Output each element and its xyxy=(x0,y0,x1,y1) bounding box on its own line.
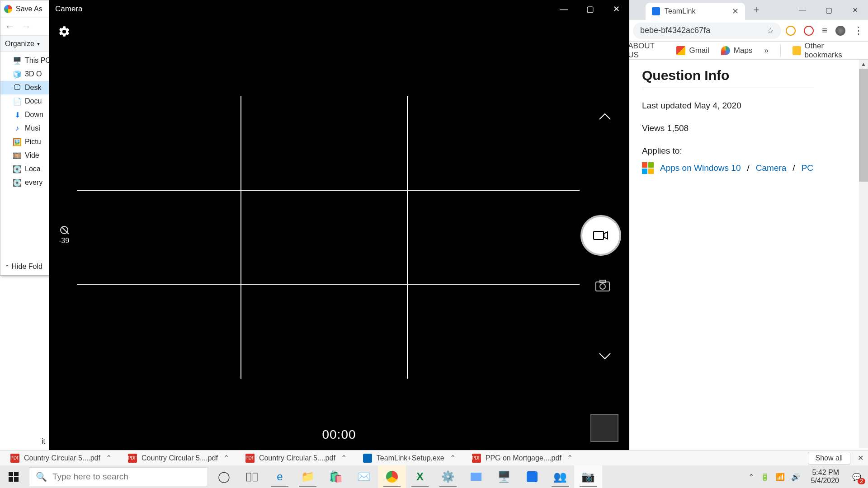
address-bar[interactable]: bebe-bf4342ac67fa ☆ xyxy=(633,23,781,39)
bookmarks-overflow[interactable]: » xyxy=(764,46,768,55)
action-center-button[interactable]: 💬 2 xyxy=(850,470,863,483)
download-dismiss-icon[interactable]: ⌃ xyxy=(106,454,112,462)
clock-time: 5:42 PM xyxy=(811,469,839,477)
pictures-icon: 🖼️ xyxy=(13,138,21,146)
battery-icon[interactable]: 🔋 xyxy=(760,473,769,481)
search-placeholder: Type here to search xyxy=(52,472,128,482)
pdf-icon: PDF xyxy=(128,454,137,463)
nav-forward-icon[interactable]: → xyxy=(21,21,31,33)
download-dismiss-icon[interactable]: ⌃ xyxy=(567,454,573,462)
download-item[interactable]: PDF Country Circular 5....pdf ⌃ xyxy=(122,450,235,465)
taskbar-mail[interactable]: ✉️ xyxy=(350,465,378,488)
tree-label: 3D O xyxy=(25,70,42,78)
windows-logo-icon xyxy=(9,472,19,482)
system-tray: ⌃ 🔋 📶 🔊 5:42 PM 5/4/2020 💬 2 xyxy=(744,469,868,485)
reading-list-icon[interactable]: ≡ xyxy=(822,25,827,36)
camera-titlebar[interactable]: Camera — ▢ ✕ xyxy=(49,0,629,18)
download-item[interactable]: TeamLink+Setup.exe ⌃ xyxy=(357,450,462,465)
tree-label: Vide xyxy=(25,151,39,160)
download-dismiss-icon[interactable]: ⌃ xyxy=(223,454,229,462)
exe-icon xyxy=(363,454,372,463)
start-button[interactable] xyxy=(0,465,27,488)
mode-next-button[interactable] xyxy=(599,352,611,361)
link-apps-windows10[interactable]: Apps on Windows 10 xyxy=(660,163,741,173)
camera-close-button[interactable]: ✕ xyxy=(603,0,629,18)
link-camera[interactable]: Camera xyxy=(756,163,787,173)
camera-app-window: Camera — ▢ ✕ -39 xyxy=(49,0,629,453)
chrome-minimize-button[interactable]: — xyxy=(789,0,816,20)
page-scrollbar[interactable]: ▲ xyxy=(859,60,868,448)
download-dismiss-icon[interactable]: ⌃ xyxy=(450,454,456,462)
download-item[interactable]: PDF Country Circular 5....pdf ⌃ xyxy=(240,450,353,465)
task-view-button[interactable]: ◯ xyxy=(210,465,238,488)
download-item[interactable]: PDF Country Circular 5....pdf ⌃ xyxy=(5,450,118,465)
taskbar-chrome[interactable] xyxy=(378,465,406,488)
download-item[interactable]: PDF PPG on Mortgage....pdf ⌃ xyxy=(466,450,579,465)
chrome-close-button[interactable]: ✕ xyxy=(842,0,868,20)
taskbar-teams[interactable]: 👥 xyxy=(546,465,574,488)
tree-label: Pictu xyxy=(25,138,41,146)
taskbar-app-3[interactable] xyxy=(518,465,546,488)
taskbar-camera[interactable]: 📷 xyxy=(574,465,602,488)
camera-settings-button[interactable] xyxy=(58,25,71,38)
svg-marker-1 xyxy=(604,232,608,239)
camera-maximize-button[interactable]: ▢ xyxy=(577,0,603,18)
taskbar-app-1[interactable] xyxy=(462,465,490,488)
views-count: Views 1,508 xyxy=(642,123,834,133)
taskbar-file-explorer[interactable]: 📁 xyxy=(294,465,322,488)
new-tab-button[interactable]: + xyxy=(749,4,764,16)
volume-icon[interactable]: 🔊 xyxy=(791,473,800,481)
bookmark-gmail[interactable]: Gmail xyxy=(676,46,709,55)
cortana-button[interactable]: ⌷⌷ xyxy=(238,465,266,488)
chrome-icon xyxy=(386,471,398,483)
peek-text: it xyxy=(42,437,45,446)
tab-close-icon[interactable]: ✕ xyxy=(732,6,739,16)
taskbar-search[interactable]: 🔍 Type here to search xyxy=(29,467,208,486)
settings-icon: ⚙️ xyxy=(441,470,455,483)
scroll-up-arrow[interactable]: ▲ xyxy=(859,60,868,69)
link-separator: / xyxy=(747,163,750,173)
scroll-thumb[interactable] xyxy=(859,69,868,182)
download-dismiss-icon[interactable]: ⌃ xyxy=(341,454,347,462)
profile-avatar[interactable] xyxy=(835,26,845,36)
take-photo-button[interactable] xyxy=(595,279,610,292)
svg-rect-4 xyxy=(600,280,605,282)
extension-icon-2[interactable] xyxy=(804,26,814,36)
exposure-indicator[interactable]: -39 xyxy=(59,226,69,245)
taskbar-app-2[interactable]: 🖥️ xyxy=(490,465,518,488)
bookmark-label: Gmail xyxy=(689,46,709,55)
taskbar-settings[interactable]: ⚙️ xyxy=(434,465,462,488)
mode-prev-button[interactable] xyxy=(599,112,611,120)
taskbar-edge[interactable]: e xyxy=(266,465,294,488)
download-filename: TeamLink+Setup.exe xyxy=(377,454,444,462)
record-video-button[interactable] xyxy=(580,215,621,256)
grid-line-horizontal xyxy=(77,190,580,191)
chrome-tab-teamlink[interactable]: TeamLink ✕ xyxy=(646,3,745,20)
wifi-icon[interactable]: 📶 xyxy=(776,473,785,481)
extension-icon-1[interactable] xyxy=(786,26,796,36)
link-pc[interactable]: PC xyxy=(802,163,813,173)
other-bookmarks[interactable]: Other bookmarks xyxy=(793,42,860,60)
taskbar-clock[interactable]: 5:42 PM 5/4/2020 xyxy=(807,469,844,485)
tree-label: Musi xyxy=(25,124,40,132)
store-icon: 🛍️ xyxy=(329,470,343,483)
chrome-maximize-button[interactable]: ▢ xyxy=(816,0,842,20)
taskbar-pinned-apps: ◯ ⌷⌷ e 📁 🛍️ ✉️ X ⚙️ 🖥️ 👥 📷 xyxy=(210,465,602,488)
camera-roll-thumbnail[interactable] xyxy=(590,414,618,442)
save-as-title: Save As xyxy=(16,5,42,13)
windows-taskbar: 🔍 Type here to search ◯ ⌷⌷ e 📁 🛍️ ✉️ X ⚙… xyxy=(0,465,868,488)
downloads-show-all-button[interactable]: Show all xyxy=(808,452,850,465)
nav-back-icon[interactable]: ← xyxy=(5,21,15,33)
camera-minimize-button[interactable]: — xyxy=(551,0,577,18)
bookmark-maps[interactable]: Maps xyxy=(721,46,753,55)
excel-icon: X xyxy=(416,470,424,483)
taskbar-store[interactable]: 🛍️ xyxy=(322,465,350,488)
pc-icon: 🖥️ xyxy=(13,56,21,65)
chrome-menu-icon[interactable]: ⋮ xyxy=(854,25,863,37)
camera-window-controls: — ▢ ✕ xyxy=(551,0,629,18)
search-icon: 🔍 xyxy=(36,471,47,482)
tray-overflow-icon[interactable]: ⌃ xyxy=(748,473,754,481)
bookmark-star-icon[interactable]: ☆ xyxy=(767,26,774,36)
taskbar-excel[interactable]: X xyxy=(406,465,434,488)
downloads-close-icon[interactable]: ✕ xyxy=(858,454,863,462)
